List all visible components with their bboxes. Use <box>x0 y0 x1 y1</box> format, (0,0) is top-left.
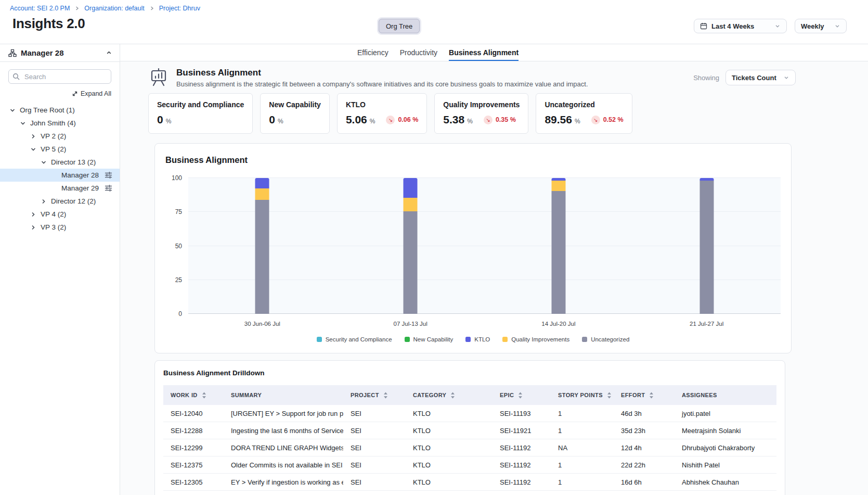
cell-effort: 22d 22h <box>614 461 675 469</box>
bar-07-jul-13-jul[interactable] <box>404 178 418 314</box>
tab-business-alignment[interactable]: Business Alignment <box>449 44 519 61</box>
table-row[interactable]: SEI-12305EY > Verify if ingestion is wor… <box>163 474 776 491</box>
tree-item-manager-29[interactable]: Manager 29 <box>0 182 120 195</box>
cell-summary: [URGENT] EY > Support for job run par... <box>224 410 343 417</box>
stat-delta-value: 0.35 % <box>496 116 516 123</box>
sort-icon[interactable] <box>202 392 206 399</box>
x-tick-label: 30 Jun-06 Jul <box>244 321 280 327</box>
breadcrumb-account-link[interactable]: Account: SEI 2.0 PM <box>10 5 70 12</box>
drilldown-title: Business Alignment Drilldown <box>163 369 776 377</box>
column-header-work-id[interactable]: WORK ID <box>163 392 224 399</box>
column-header-effort[interactable]: EFFORT <box>614 392 675 399</box>
granularity-select[interactable]: Weekly <box>795 19 847 33</box>
column-header-assignees[interactable]: ASSIGNEES <box>675 392 776 398</box>
tree-item-vp-2-2[interactable]: VP 2 (2) <box>0 130 120 143</box>
bar-21-jul-27-jul[interactable] <box>699 178 714 314</box>
chevron-down-icon[interactable] <box>40 159 48 166</box>
bar-30-jun-06-jul[interactable] <box>255 178 269 314</box>
column-header-story-points[interactable]: STORY POINTS <box>551 392 614 399</box>
search-input[interactable] <box>8 69 111 84</box>
cell-category: KTLO <box>406 410 493 417</box>
cell-story-points: 1 <box>551 478 614 486</box>
cell-category: KTLO <box>406 444 493 452</box>
tree-item-vp-4-2[interactable]: VP 4 (2) <box>0 208 120 221</box>
legend-item-security-and-compliance[interactable]: Security and Compliance <box>317 336 392 342</box>
sidebar-title: Manager 28 <box>21 48 64 57</box>
stat-value: 89.56 <box>545 113 572 126</box>
legend-item-uncategorized[interactable]: Uncategorized <box>582 336 629 342</box>
tree-item-vp-3-2[interactable]: VP 3 (2) <box>0 221 120 234</box>
stat-value: 0 <box>269 113 275 126</box>
sort-icon[interactable] <box>649 392 654 399</box>
bar-segment-uncategorized <box>551 191 565 314</box>
table-body: SEI-12040[URGENT] EY > Support for job r… <box>163 405 776 491</box>
sort-icon[interactable] <box>518 392 523 399</box>
sort-icon[interactable] <box>383 392 388 399</box>
drilldown-card: Business Alignment Drilldown WORK IDSUMM… <box>154 360 785 495</box>
stat-delta-value: 0.52 % <box>603 116 624 123</box>
tree-item-john-smith-4[interactable]: John Smith (4) <box>0 117 120 130</box>
tree-item-director-12-2[interactable]: Director 12 (2) <box>0 195 120 208</box>
sort-icon[interactable] <box>607 392 612 399</box>
column-header-label: STORY POINTS <box>558 392 603 398</box>
cell-effort: 46d 3h <box>614 410 675 417</box>
page-title: Insights 2.0 <box>12 16 85 31</box>
legend-label: Security and Compliance <box>326 336 392 342</box>
expand-all-label: Expand All <box>81 90 111 97</box>
chevron-right-icon[interactable] <box>29 133 37 139</box>
showing-select[interactable]: Tickets Count <box>726 70 796 85</box>
main-content: Business Alignment Business alignment is… <box>120 61 868 495</box>
sliders-icon[interactable] <box>105 184 112 192</box>
expand-all-button[interactable]: Expand All <box>8 90 111 97</box>
y-tick-label: 75 <box>175 208 182 215</box>
sort-icon[interactable] <box>450 392 455 399</box>
y-tick-label: 0 <box>178 310 182 318</box>
tree-item-director-13-2[interactable]: Director 13 (2) <box>0 156 120 169</box>
table-row[interactable]: SEI-12288Ingesting the last 6 months of … <box>163 422 776 439</box>
sliders-icon[interactable] <box>105 171 112 179</box>
bar-segment-uncategorized <box>404 211 418 314</box>
chevron-right-icon[interactable] <box>40 198 48 205</box>
stat-cards: Security and Compliance0%New Capability0… <box>148 93 868 134</box>
tree-item-manager-28[interactable]: Manager 28 <box>0 169 120 182</box>
bar-14-jul-20-jul[interactable] <box>551 178 565 314</box>
tree-item-label: Director 12 (2) <box>51 197 96 205</box>
tab-productivity[interactable]: Productivity <box>400 44 437 61</box>
date-range-select[interactable]: Last 4 Weeks <box>694 19 787 33</box>
chevron-down-icon[interactable] <box>29 146 37 153</box>
gridline <box>188 246 781 246</box>
tree-item-org-tree-root-1[interactable]: Org Tree Root (1) <box>0 104 120 117</box>
chevron-down-icon[interactable] <box>19 120 27 126</box>
chevron-right-icon[interactable] <box>29 211 37 218</box>
column-header-project[interactable]: PROJECT <box>343 392 406 399</box>
column-header-epic[interactable]: EPIC <box>493 392 551 399</box>
table-row[interactable]: SEI-12299DORA TREND LINE GRAPH Widgets i… <box>163 439 776 456</box>
org-hierarchy-icon <box>8 49 17 57</box>
table-row[interactable]: SEI-12375Older Commits is not available … <box>163 456 776 474</box>
chevron-down-icon[interactable] <box>8 107 17 113</box>
column-header-category[interactable]: CATEGORY <box>406 392 493 399</box>
stat-value: 5.06 <box>346 113 367 126</box>
breadcrumb-project-link[interactable]: Project: Dhruv <box>159 5 200 12</box>
chevron-right-icon[interactable] <box>29 224 37 231</box>
cell-project: SEI <box>343 427 406 435</box>
cell-project: SEI <box>343 444 406 452</box>
legend-swatch <box>317 337 322 342</box>
tab-efficiency[interactable]: Efficiency <box>357 44 388 61</box>
legend-item-new-capability[interactable]: New Capability <box>405 336 454 342</box>
org-tree-button[interactable]: Org Tree <box>379 19 420 33</box>
table-row[interactable]: SEI-12040[URGENT] EY > Support for job r… <box>163 405 776 422</box>
legend-item-quality-improvements[interactable]: Quality Improvements <box>502 336 569 342</box>
tree-item-label: Org Tree Root (1) <box>20 106 75 114</box>
tree-item-vp-5-2[interactable]: VP 5 (2) <box>0 143 120 156</box>
chevron-up-icon[interactable] <box>106 49 112 56</box>
column-header-summary[interactable]: SUMMARY <box>224 392 343 398</box>
stat-delta: ↘0.52 % <box>591 116 624 124</box>
cell-epic: SEI-11192 <box>493 461 551 469</box>
tree-item-label: VP 4 (2) <box>41 210 66 218</box>
breadcrumb-organization-link[interactable]: Organization: default <box>84 5 144 12</box>
tree-item-label: VP 2 (2) <box>41 132 66 140</box>
cell-story-points: NA <box>551 444 614 452</box>
page-header: Account: SEI 2.0 PM Organization: defaul… <box>0 0 868 44</box>
legend-item-ktlo[interactable]: KTLO <box>465 336 490 342</box>
